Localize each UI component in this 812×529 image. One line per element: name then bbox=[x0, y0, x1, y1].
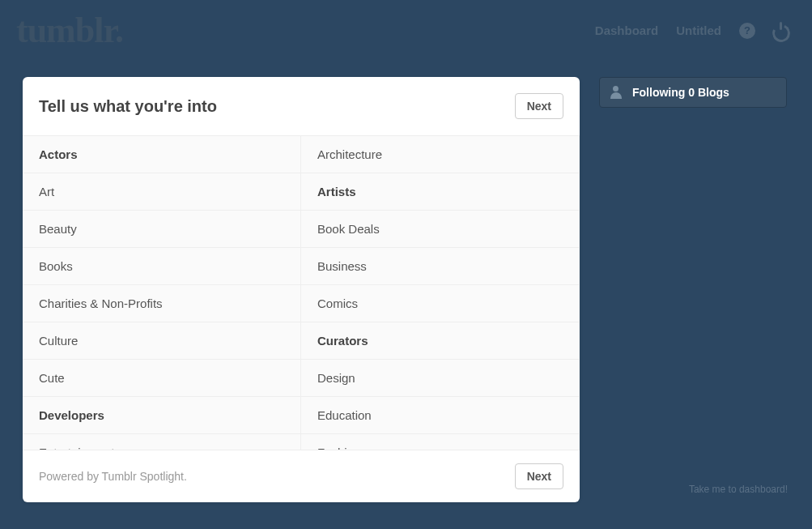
card-header: Tell us what you're into Next bbox=[23, 77, 580, 135]
category-item[interactable]: Developers bbox=[23, 397, 301, 434]
category-item[interactable]: Fashion bbox=[301, 434, 580, 450]
category-item[interactable]: Education bbox=[301, 397, 580, 434]
nav-untitled[interactable]: Untitled bbox=[676, 23, 721, 37]
category-item[interactable]: Books bbox=[23, 248, 301, 285]
following-text: Following 0 Blogs bbox=[632, 86, 729, 99]
main-area: Tell us what you're into Next ActorsArch… bbox=[0, 61, 812, 502]
next-button-top[interactable]: Next bbox=[515, 93, 563, 119]
person-icon bbox=[610, 86, 623, 99]
take-me-to-dashboard-link[interactable]: Take me to dashboard! bbox=[689, 484, 788, 495]
categories-scroll[interactable]: ActorsArchitectureArtArtistsBeautyBook D… bbox=[23, 135, 580, 450]
category-item[interactable]: Artists bbox=[301, 173, 580, 211]
category-item[interactable]: Curators bbox=[301, 322, 580, 360]
next-button-bottom[interactable]: Next bbox=[515, 463, 563, 489]
onboarding-card: Tell us what you're into Next ActorsArch… bbox=[23, 77, 580, 502]
category-item[interactable]: Entertainment bbox=[23, 434, 301, 450]
following-box[interactable]: Following 0 Blogs bbox=[599, 77, 787, 108]
category-item[interactable]: Actors bbox=[23, 136, 301, 173]
card-title: Tell us what you're into bbox=[39, 97, 217, 116]
category-item[interactable]: Cute bbox=[23, 360, 301, 397]
header: tumblr. Dashboard Untitled ? bbox=[0, 0, 812, 61]
category-item[interactable]: Art bbox=[23, 173, 301, 211]
category-item[interactable]: Charities & Non-Profits bbox=[23, 285, 301, 322]
logo[interactable]: tumblr. bbox=[16, 10, 123, 51]
category-item[interactable]: Business bbox=[301, 248, 580, 285]
category-item[interactable]: Book Deals bbox=[301, 211, 580, 248]
category-item[interactable]: Architecture bbox=[301, 136, 580, 173]
category-item[interactable]: Comics bbox=[301, 285, 580, 322]
footer-text: Powered by Tumblr Spotlight. bbox=[39, 470, 187, 483]
help-icon[interactable]: ? bbox=[739, 23, 755, 39]
card-footer: Powered by Tumblr Spotlight. Next bbox=[23, 450, 580, 502]
nav-dashboard[interactable]: Dashboard bbox=[595, 23, 658, 37]
header-nav: Dashboard Untitled ? bbox=[595, 23, 788, 39]
category-item[interactable]: Beauty bbox=[23, 211, 301, 248]
category-item[interactable]: Culture bbox=[23, 322, 301, 360]
category-item[interactable]: Design bbox=[301, 360, 580, 397]
categories-grid: ActorsArchitectureArtArtistsBeautyBook D… bbox=[23, 136, 580, 450]
power-icon[interactable] bbox=[773, 23, 788, 38]
sidebar: Following 0 Blogs bbox=[599, 77, 787, 108]
